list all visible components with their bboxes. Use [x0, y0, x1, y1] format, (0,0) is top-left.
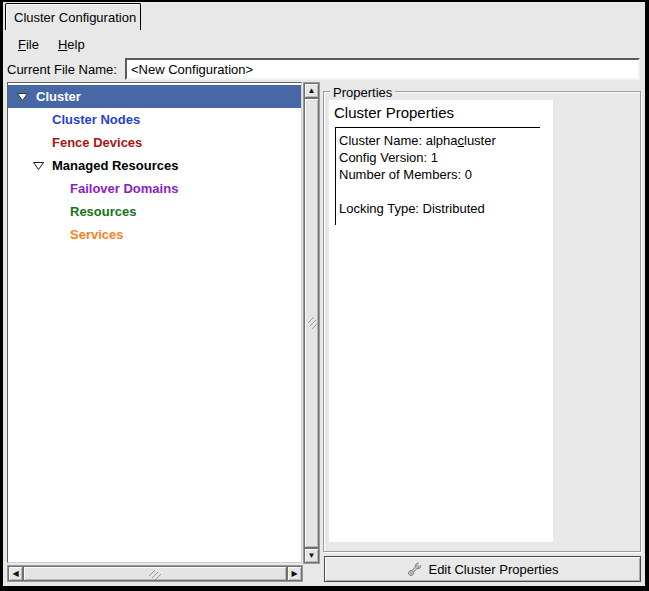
tree-vertical-scrollbar[interactable]: ▲ ▼ — [303, 82, 320, 564]
scroll-up-button[interactable]: ▲ — [304, 83, 319, 98]
menu-help[interactable]: Help — [54, 36, 89, 53]
vertical-scrollbar-thumb[interactable] — [304, 98, 319, 548]
tree-item-cluster[interactable]: Cluster — [8, 85, 301, 108]
tree-item-managed-resources[interactable]: Managed Resources — [8, 154, 301, 177]
tree-item-label: Failover Domains — [70, 181, 178, 196]
wrench-icon — [406, 561, 423, 578]
cluster-name-row: Cluster Name: alphacluster — [339, 132, 540, 149]
tree-item-label: Resources — [70, 204, 136, 219]
tab-label: Cluster Configuration — [14, 10, 136, 25]
tab-cluster-configuration[interactable]: Cluster Configuration — [5, 3, 141, 30]
tree-item-cluster-nodes[interactable]: Cluster Nodes — [8, 108, 301, 131]
tree-item-resources[interactable]: Resources — [8, 200, 301, 223]
right-arrow-icon: ▶ — [291, 570, 297, 578]
properties-heading: Cluster Properties — [334, 104, 553, 127]
edit-cluster-properties-button[interactable]: Edit Cluster Properties — [324, 556, 641, 582]
num-members-row: Number of Members: 0 — [339, 166, 540, 183]
tree-horizontal-scrollbar[interactable]: ◀ ▶ — [7, 565, 303, 582]
tree-item-fence-devices[interactable]: Fence Devices — [8, 131, 301, 154]
scroll-right-button[interactable]: ▶ — [287, 566, 302, 581]
tree-item-label: Cluster — [36, 89, 81, 104]
scroll-left-button[interactable]: ◀ — [8, 566, 23, 581]
cluster-tree: Cluster Cluster Nodes Fence Devices Mana… — [7, 82, 302, 563]
grip-icon — [148, 568, 162, 580]
scroll-down-button[interactable]: ▼ — [304, 548, 319, 563]
edit-button-label: Edit Cluster Properties — [428, 562, 558, 577]
current-file-name-label: Current File Name: — [7, 62, 117, 77]
expander-icon[interactable] — [33, 161, 44, 170]
current-file-name-input[interactable] — [125, 58, 640, 80]
horizontal-scrollbar-thumb[interactable] — [23, 566, 287, 581]
tree-item-label: Cluster Nodes — [52, 112, 140, 127]
properties-frame-label: Properties — [330, 85, 395, 100]
tree-item-failover-domains[interactable]: Failover Domains — [8, 177, 301, 200]
tree-item-label: Services — [70, 227, 124, 242]
spacer-row — [339, 183, 540, 200]
tree-item-label: Managed Resources — [52, 158, 178, 173]
up-arrow-icon: ▲ — [308, 87, 316, 95]
grip-icon — [306, 316, 318, 330]
properties-box: Cluster Name: alphacluster Config Versio… — [335, 127, 540, 225]
config-version-row: Config Version: 1 — [339, 149, 540, 166]
left-arrow-icon: ◀ — [12, 570, 18, 578]
down-arrow-icon: ▼ — [308, 552, 316, 560]
menu-file[interactable]: File — [14, 36, 43, 53]
expander-icon[interactable] — [17, 92, 28, 101]
locking-type-row: Locking Type: Distributed — [339, 200, 540, 217]
tree-item-services[interactable]: Services — [8, 223, 301, 246]
cluster-configuration-window: Cluster Configuration File Help Current … — [0, 0, 649, 591]
tree-item-label: Fence Devices — [52, 135, 142, 150]
properties-content: Cluster Properties Cluster Name: alphacl… — [329, 100, 553, 542]
menubar: File Help — [5, 33, 89, 55]
